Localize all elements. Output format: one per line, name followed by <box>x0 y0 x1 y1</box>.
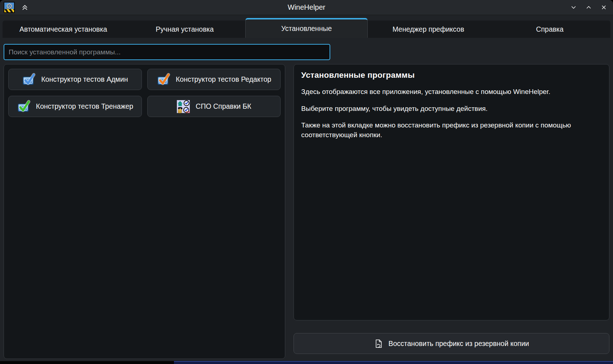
content-area: Конструктор тестов Админ Конструктор тес… <box>0 38 613 359</box>
program-label: Конструктор тестов Тренажер <box>36 102 133 111</box>
tab-auto-install[interactable]: Автоматическая установка <box>3 21 124 38</box>
checkbox-blue-check-icon <box>22 73 36 86</box>
right-column: Установленные программы Здесь отображают… <box>294 64 609 359</box>
restore-prefix-button[interactable]: Восстановить префикс из резервной копии <box>294 333 609 354</box>
installed-info-panel: Установленные программы Здесь отображают… <box>294 64 609 320</box>
program-label: Конструктор тестов Редактор <box>176 75 271 84</box>
restore-button-label: Восстановить префикс из резервной копии <box>388 340 529 348</box>
checkbox-green-check-icon <box>17 100 31 113</box>
program-button-spo-spravki-bk[interactable]: 2.5 СПО Справки БК <box>147 96 281 117</box>
tab-bar: Автоматическая установка Ручная установк… <box>3 18 610 38</box>
info-paragraph: Здесь отображаются все приложения, устан… <box>301 87 602 97</box>
taskbar-navy-segment <box>174 361 613 364</box>
program-button-konstruktor-trenazher[interactable]: Конструктор тестов Тренажер <box>8 96 142 117</box>
installed-programs-panel: Конструктор тестов Админ Конструктор тес… <box>4 64 285 359</box>
window-title: WineHelper <box>0 3 613 12</box>
info-paragraph: Выберите программу, чтобы увидеть доступ… <box>301 104 602 114</box>
tab-installed[interactable]: Установленные <box>245 18 367 38</box>
maximize-chevron-up-icon[interactable] <box>583 2 594 13</box>
tab-help[interactable]: Справка <box>489 21 610 38</box>
program-label: Конструктор тестов Админ <box>41 75 128 84</box>
titlebar: ⚙ WineHelper <box>0 0 613 15</box>
shade-double-chevron-up-icon[interactable] <box>20 3 30 13</box>
desktop-black-segment <box>0 361 174 364</box>
window-controls <box>568 2 609 13</box>
minimize-chevron-down-icon[interactable] <box>568 2 579 13</box>
program-button-konstruktor-admin[interactable]: Конструктор тестов Админ <box>8 69 142 90</box>
spo-spravki-bk-icon: 2.5 <box>176 100 190 113</box>
document-restore-icon <box>374 339 384 349</box>
info-paragraph: Также на этой вкладке можно восстановить… <box>301 121 602 140</box>
winehelper-window: ⚙ WineHelper <box>0 0 613 361</box>
tab-manual-install[interactable]: Ручная установка <box>124 21 245 38</box>
program-label: СПО Справки БК <box>196 102 251 111</box>
svg-text:2.5: 2.5 <box>186 111 190 113</box>
program-button-konstruktor-redaktor[interactable]: Конструктор тестов Редактор <box>147 69 281 90</box>
search-input[interactable] <box>4 44 330 60</box>
app-gear-hazard-icon: ⚙ <box>4 2 15 13</box>
desktop-strip <box>0 361 613 364</box>
info-title: Установленные программы <box>301 71 602 80</box>
checkbox-orange-check-icon <box>157 73 170 86</box>
close-icon[interactable] <box>598 2 609 13</box>
tab-prefix-manager[interactable]: Менеджер префиксов <box>368 21 489 38</box>
